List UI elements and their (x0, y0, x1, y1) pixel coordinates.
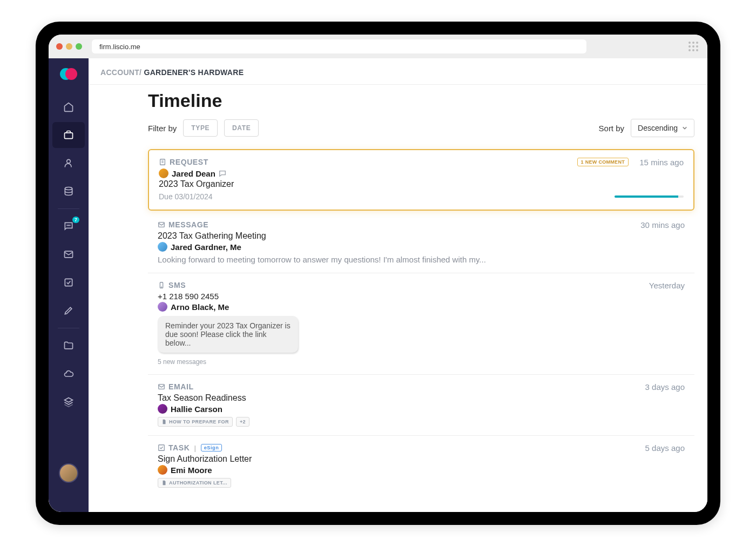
app-logo[interactable] (60, 66, 77, 83)
item-type: REQUEST (170, 158, 208, 166)
message-icon (158, 221, 165, 228)
timeline-item-sms[interactable]: SMS Yesterday +1 218 590 2455 Arno Black… (148, 273, 694, 375)
window-maximize-icon[interactable] (76, 43, 82, 50)
page-title: Timeline (148, 90, 694, 111)
pdf-icon (161, 480, 167, 486)
svg-point-4 (69, 225, 69, 226)
svg-rect-0 (65, 133, 73, 139)
browser-menu-icon[interactable] (687, 42, 700, 51)
nav-stack[interactable] (52, 389, 85, 415)
timestamp: 15 mins ago (639, 158, 684, 167)
item-type: EMAIL (168, 382, 194, 391)
user-avatar[interactable] (59, 463, 78, 483)
nav-money[interactable] (52, 178, 85, 204)
device-inner: firm.liscio.me 7 (49, 35, 707, 512)
sort-value: Descending (638, 124, 678, 132)
person-name: Hallie Carson (171, 405, 222, 414)
attachment-chip[interactable]: HOW TO PREPARE FOR (158, 417, 233, 427)
mail-icon (158, 383, 165, 390)
svg-point-1 (67, 159, 71, 163)
timeline-item-message[interactable]: MESSAGE 30 mins ago 2023 Tax Gathering M… (148, 213, 694, 273)
timeline-item-email[interactable]: EMAIL 3 days ago Tax Season Readiness Ha… (148, 375, 694, 436)
avatar-icon (159, 168, 168, 178)
person-name: Jared Dean (172, 169, 215, 178)
breadcrumb-current: GARDENER'S HARDWARE (144, 68, 244, 77)
item-subject: 2023 Tax Gathering Meeting (158, 231, 685, 241)
layers-icon (63, 396, 74, 407)
avatar-icon (158, 242, 167, 252)
sms-count: 5 new messages (158, 358, 685, 366)
svg-rect-7 (65, 279, 72, 286)
divider: | (194, 444, 196, 452)
attachment-more[interactable]: +2 (236, 417, 249, 427)
avatar-icon (158, 404, 167, 414)
cloud-icon (63, 368, 74, 379)
coins-icon (63, 186, 74, 197)
window-close-icon[interactable] (56, 43, 63, 50)
window-minimize-icon[interactable] (66, 43, 72, 50)
nav-mail[interactable] (52, 241, 85, 267)
item-subject: Tax Season Readiness (158, 393, 685, 403)
timestamp: 30 mins ago (640, 220, 685, 230)
breadcrumb: ACCOUNT/ GARDENER'S HARDWARE (89, 58, 707, 85)
url-bar[interactable]: firm.liscio.me (92, 39, 586, 53)
timestamp: 3 days ago (645, 382, 685, 392)
timeline-item-request[interactable]: REQUEST 1 NEW COMMENT 15 mins ago Jared … (148, 149, 694, 211)
filter-type-button[interactable]: TYPE (183, 119, 218, 137)
svg-rect-12 (159, 385, 165, 389)
nav-folder[interactable] (52, 333, 85, 359)
nav-divider (58, 328, 79, 328)
pencil-icon (63, 305, 74, 316)
item-type: SMS (168, 281, 186, 289)
person-name: Arno Black, Me (171, 302, 229, 312)
main: ACCOUNT/ GARDENER'S HARDWARE Timeline Fi… (89, 58, 707, 512)
nav-chat[interactable]: 7 (52, 213, 85, 239)
progress-fill (615, 196, 678, 198)
pdf-icon (161, 419, 167, 424)
toolbar: Filter by TYPE DATE Sort by Descending (148, 119, 694, 137)
nav-edit[interactable] (52, 298, 85, 323)
sort-select[interactable]: Descending (631, 119, 694, 137)
content: Timeline Filter by TYPE DATE Sort by Des… (89, 85, 707, 512)
item-subject: 2023 Tax Organizer (159, 179, 684, 189)
nav-briefcase[interactable] (52, 122, 85, 148)
person-name: Emi Moore (171, 466, 212, 475)
filter-label: Filter by (148, 124, 177, 133)
browser-bar: firm.liscio.me (49, 35, 707, 58)
sort-group: Sort by Descending (599, 119, 694, 137)
timestamp: 5 days ago (645, 443, 685, 453)
person-name: Jared Gardner, Me (171, 242, 241, 252)
svg-point-11 (161, 287, 162, 287)
attachment-name: HOW TO PREPARE FOR (169, 419, 229, 424)
comment-badge: 1 NEW COMMENT (577, 158, 629, 166)
task-icon (158, 444, 165, 451)
filter-date-button[interactable]: DATE (224, 119, 259, 137)
nav-home[interactable] (52, 94, 85, 120)
avatar-icon (158, 302, 167, 312)
svg-point-2 (65, 187, 72, 190)
item-subject: Sign Authorization Letter (158, 454, 685, 464)
nav-person[interactable] (52, 150, 85, 176)
svg-point-5 (70, 225, 70, 226)
nav-cloud[interactable] (52, 361, 85, 387)
progress-bar (615, 196, 684, 198)
item-type: TASK (168, 443, 190, 452)
nav-task[interactable] (52, 269, 85, 295)
avatar-icon (158, 465, 167, 475)
timeline-item-task[interactable]: TASK | eSign 5 days ago Sign Authorizati… (148, 436, 694, 496)
breadcrumb-prefix[interactable]: ACCOUNT/ (100, 68, 141, 77)
filter-group: Filter by TYPE DATE (148, 119, 259, 137)
chat-icon (63, 221, 74, 232)
attachment-chip[interactable]: AUTHORIZATION LET... (158, 478, 231, 488)
sort-label: Sort by (599, 124, 625, 133)
briefcase-icon (63, 130, 74, 140)
person-icon (63, 158, 74, 168)
nav-divider (58, 208, 79, 209)
item-type: MESSAGE (168, 220, 208, 229)
chevron-down-icon (682, 125, 687, 131)
attachment-name: AUTHORIZATION LET... (169, 480, 227, 486)
sidebar: 7 (49, 58, 89, 512)
item-preview: Looking forward to meeting tomorrow to a… (158, 255, 685, 264)
svg-rect-9 (159, 223, 165, 227)
svg-point-3 (67, 225, 68, 226)
